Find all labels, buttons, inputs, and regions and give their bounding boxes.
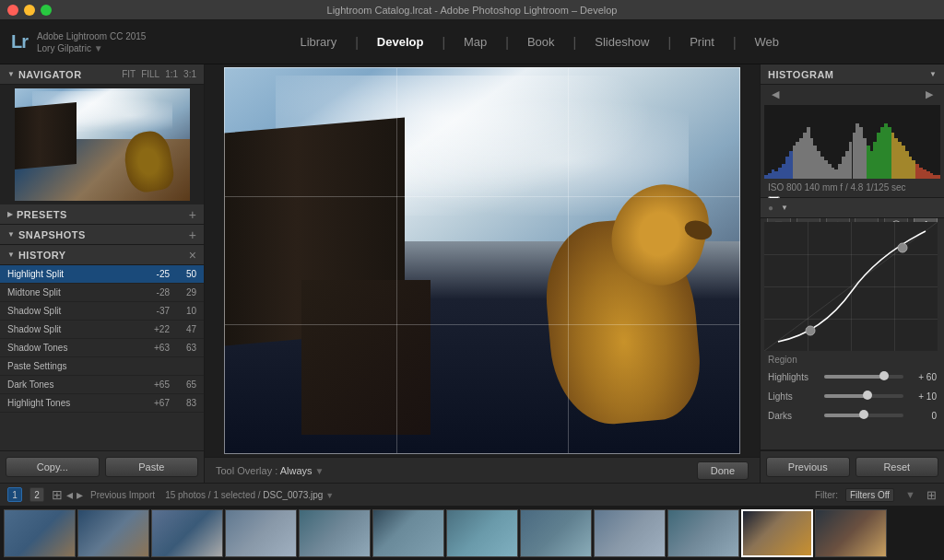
history-item-6[interactable]: Dark Tones +65 65 <box>0 376 204 394</box>
main-photo <box>224 67 740 454</box>
arrow-left-icon[interactable]: ◂ <box>66 487 73 502</box>
copy-button[interactable]: Copy... <box>6 457 100 477</box>
thumbnail-3[interactable] <box>151 509 223 557</box>
nav-map[interactable]: Map <box>462 31 489 52</box>
svg-point-1 <box>806 326 815 335</box>
history-section: ▼ History × Highlight Split -25 50 Midto… <box>0 245 204 450</box>
darks-value: 0 <box>909 411 937 421</box>
zoom-fill[interactable]: FILL <box>141 69 159 79</box>
overlay-value[interactable]: Always <box>280 465 313 476</box>
thumbnail-11[interactable] <box>741 509 813 557</box>
filename-dropdown-icon[interactable]: ▼ <box>325 491 334 500</box>
history-item-4[interactable]: Shadow Tones +63 63 <box>0 339 204 357</box>
page-1-button[interactable]: 1 <box>7 487 22 502</box>
page-2-button[interactable]: 2 <box>30 487 44 502</box>
histogram-clipping-row: ◀ ▶ <box>761 85 944 103</box>
tone-curve-canvas[interactable] <box>764 222 938 351</box>
history-title: History <box>18 250 66 261</box>
filter-search-icon[interactable]: ⊞ <box>926 488 937 502</box>
overlay-label: Tool Overlay : <box>216 465 277 476</box>
thumbnail-7[interactable] <box>446 509 518 557</box>
filter-dropdown-icon[interactable]: ▼ <box>905 489 915 500</box>
navigator-title: Navigator <box>18 69 82 80</box>
history-header[interactable]: ▼ History × <box>0 245 204 265</box>
main-nav: Library | Develop | Map | Book | Slidesh… <box>146 31 933 52</box>
navigator-header[interactable]: ▼ Navigator FIT FILL 1:1 3:1 <box>0 64 204 85</box>
navigator-preview[interactable] <box>15 88 190 201</box>
thumbnail-9[interactable] <box>594 509 666 557</box>
nav-slideshow[interactable]: Slideshow <box>593 31 651 52</box>
history-item-5[interactable]: Paste Settings <box>0 357 204 376</box>
shadow-clipping-button[interactable]: ◀ <box>768 87 783 101</box>
lights-slider[interactable] <box>824 394 903 398</box>
zoom-3-1[interactable]: 3:1 <box>183 69 196 79</box>
curve-header[interactable]: ● ▼ <box>761 198 944 218</box>
highlight-clipping-button[interactable]: ▶ <box>922 87 937 101</box>
titlebar: Lightroom Catalog.lrcat - Adobe Photosho… <box>0 0 944 20</box>
snapshots-section: ▼ Snapshots + <box>0 225 204 245</box>
done-button[interactable]: Done <box>697 461 749 480</box>
window-controls[interactable] <box>7 5 52 16</box>
thumbnail-12[interactable] <box>815 509 887 557</box>
nav-print[interactable]: Print <box>688 31 716 52</box>
zoom-1-1[interactable]: 1:1 <box>165 69 178 79</box>
thumbnail-5[interactable] <box>299 509 371 557</box>
histogram-section: Histogram ▼ ◀ ▶ ISO 800 140 mm f / 4.8 1… <box>761 64 944 198</box>
app-name-line2: Lory Gilpatric ▼ <box>37 42 146 54</box>
histogram-header[interactable]: Histogram ▼ <box>761 64 944 85</box>
curve-section: ● ▼ <box>761 198 944 450</box>
previous-button[interactable]: Previous <box>766 457 850 477</box>
thumbnail-4[interactable] <box>225 509 297 557</box>
nav-web[interactable]: Web <box>753 31 782 52</box>
svg-point-2 <box>898 243 907 252</box>
thumbnail-8[interactable] <box>520 509 592 557</box>
histogram-canvas <box>764 105 940 179</box>
left-panel: ▼ Navigator FIT FILL 1:1 3:1 <box>0 64 205 483</box>
zoom-fit[interactable]: FIT <box>122 69 136 79</box>
history-item-2[interactable]: Shadow Split -37 10 <box>0 302 204 321</box>
thumbnail-2[interactable] <box>77 509 149 557</box>
minimize-button[interactable] <box>24 5 35 16</box>
snapshots-add-button[interactable]: + <box>189 228 196 242</box>
history-item-3[interactable]: Shadow Split +22 47 <box>0 321 204 339</box>
history-close-button[interactable]: × <box>189 248 196 262</box>
arrow-right-icon[interactable]: ▸ <box>77 487 83 502</box>
presets-header[interactable]: ▶ Presets + <box>0 204 204 225</box>
lr-logo: Lr <box>11 31 28 52</box>
nav-book[interactable]: Book <box>525 31 557 52</box>
history-item-7[interactable]: Highlight Tones +67 83 <box>0 394 204 413</box>
paste-button[interactable]: Paste <box>105 457 199 477</box>
highlights-value: + 60 <box>909 372 937 382</box>
curve-svg <box>764 222 938 351</box>
filter-value[interactable]: Filters Off <box>845 488 894 502</box>
presets-section: ▶ Presets + <box>0 204 204 225</box>
tool-overlay-bar: Tool Overlay : Always ▼ Done <box>205 457 760 483</box>
navigator-section: ▼ Navigator FIT FILL 1:1 3:1 <box>0 64 204 204</box>
filmstrip-bar: 1 2 ⊞ ◂ ▸ Previous Import 15 photos / 1 … <box>0 483 944 507</box>
history-item-0[interactable]: Highlight Split -25 50 <box>0 265 204 284</box>
history-item-1[interactable]: Midtone Split -28 29 <box>0 284 204 302</box>
highlights-slider[interactable] <box>824 375 903 379</box>
history-list: Highlight Split -25 50 Midtone Split -28… <box>0 265 204 450</box>
thumbnail-1[interactable] <box>4 509 76 557</box>
thumbnail-6[interactable] <box>372 509 444 557</box>
import-label: Previous Import 15 photos / 1 selected /… <box>90 490 808 500</box>
image-viewer[interactable] <box>205 64 760 457</box>
highlights-row: Highlights + 60 <box>768 368 937 385</box>
nav-library[interactable]: Library <box>298 31 338 52</box>
presets-add-button[interactable]: + <box>189 207 196 222</box>
curve-point-icon: ● <box>768 203 773 213</box>
region-label: Region <box>761 355 944 365</box>
close-button[interactable] <box>7 5 18 16</box>
thumbnail-10[interactable] <box>667 509 739 557</box>
nav-develop[interactable]: Develop <box>375 31 426 52</box>
grid-view-icon[interactable]: ⊞ <box>52 487 63 502</box>
filmstrip-view-icons: ⊞ ◂ ▸ <box>52 487 83 502</box>
right-panel: Histogram ▼ ◀ ▶ ISO 800 140 mm f / 4.8 1… <box>760 64 944 483</box>
darks-slider[interactable] <box>824 414 903 417</box>
reset-button[interactable]: Reset <box>856 457 939 477</box>
overlay-chevron-icon: ▼ <box>315 466 324 476</box>
snapshots-header[interactable]: ▼ Snapshots + <box>0 225 204 245</box>
curve-collapse-icon: ▼ <box>781 204 788 212</box>
maximize-button[interactable] <box>41 5 52 16</box>
